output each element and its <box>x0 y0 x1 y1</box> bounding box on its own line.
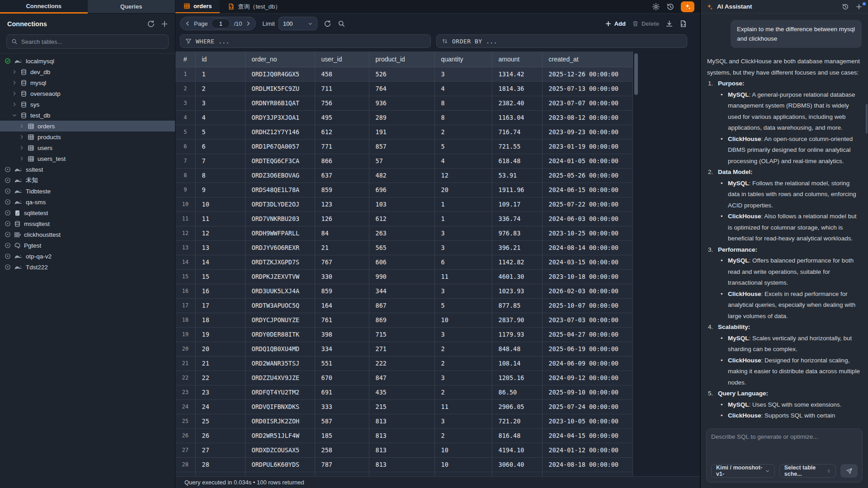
tab-orders[interactable]: orders <box>175 0 220 13</box>
grid-cell[interactable]: 721.55 <box>492 139 542 154</box>
grid-cell[interactable]: 101.30 <box>492 472 542 476</box>
grid-cell[interactable]: 396.21 <box>492 240 542 255</box>
send-button[interactable] <box>840 464 858 478</box>
connection-Pgtest[interactable]: Pgtest <box>0 240 175 251</box>
grid-cell[interactable]: 866 <box>315 154 369 168</box>
grid-cell[interactable]: 2 <box>434 428 492 443</box>
next-page-icon[interactable] <box>245 21 251 26</box>
grid-cell[interactable]: ORDTZKJXGPD7S <box>245 255 315 269</box>
grid-cell[interactable]: 5 <box>434 139 492 154</box>
grid-cell[interactable]: 12 <box>195 226 245 240</box>
grid-cell[interactable]: 618.48 <box>492 154 542 168</box>
grid-cell[interactable]: ORDQ1QB0XU4MD <box>245 342 315 356</box>
column-header-amount[interactable]: amount <box>492 52 542 67</box>
tab-query-testdb[interactable]: 查询（test_db） <box>220 0 289 13</box>
grid-cell[interactable]: 1911.96 <box>492 183 542 197</box>
connection-ssltest[interactable]: ssltest <box>0 164 175 175</box>
grid-cell[interactable]: ORDLMIK5FC9ZU <box>245 81 315 96</box>
grid-cell[interactable]: 263 <box>369 226 434 240</box>
grid-cell[interactable]: ORDTEQG6CF3CA <box>245 154 315 168</box>
grid-cell[interactable]: 2025-07-22 00:00:00 <box>542 197 632 211</box>
grid-cell[interactable]: 283 <box>369 472 434 476</box>
grid-cell[interactable]: 2023-10-25 00:00:00 <box>542 226 632 240</box>
grid-cell[interactable]: 15 <box>195 269 245 284</box>
search-tables-input[interactable] <box>21 38 164 45</box>
database-sys[interactable]: sys <box>0 99 175 110</box>
grid-cell[interactable]: 767 <box>315 255 369 269</box>
grid-cell[interactable]: 869 <box>369 313 434 327</box>
grid-cell[interactable]: 336.74 <box>492 211 542 226</box>
new-chat-icon[interactable] <box>855 3 863 10</box>
grid-cell[interactable]: 2 <box>195 81 245 96</box>
grid-cell[interactable]: 696 <box>369 183 434 197</box>
grid-cell[interactable]: ORDZ3O6EBOVAG <box>245 168 315 183</box>
grid-cell[interactable]: 612 <box>369 211 434 226</box>
connection-localmysql[interactable]: localmysql <box>0 56 175 66</box>
grid-cell[interactable]: 57 <box>369 154 434 168</box>
grid-cell[interactable]: 3 <box>434 226 492 240</box>
grid-cell[interactable]: 2025-05-26 00:00:00 <box>542 168 632 183</box>
grid-cell[interactable]: ORDHZ12Y7Y146 <box>245 125 315 139</box>
grid-cell[interactable]: 2024-06-09 00:00:00 <box>542 356 632 371</box>
grid-cell[interactable]: 398 <box>315 327 369 342</box>
grid-cell[interactable]: 8 <box>195 168 245 183</box>
grid-cell[interactable]: 20 <box>195 342 245 356</box>
grid-cell[interactable]: 26 <box>195 428 245 443</box>
grid-cell[interactable]: ORDZZU4XV9JZE <box>245 371 315 385</box>
grid-cell[interactable]: 215 <box>369 399 434 414</box>
grid-cell[interactable]: 334 <box>315 342 369 356</box>
grid-cell[interactable]: 14 <box>195 255 245 269</box>
grid-cell[interactable]: 3 <box>434 284 492 298</box>
grid-cell[interactable]: 2906.05 <box>492 399 542 414</box>
grid-cell[interactable]: 126 <box>315 211 369 226</box>
grid-cell[interactable]: 813 <box>369 414 434 428</box>
grid-cell[interactable]: 4194.10 <box>492 443 542 457</box>
grid-cell[interactable]: 10 <box>434 313 492 327</box>
grid-cell[interactable]: 1205.16 <box>492 371 542 385</box>
grid-cell[interactable]: 23 <box>195 385 245 399</box>
grid-cell[interactable]: 164 <box>315 298 369 313</box>
grid-cell[interactable]: 21 <box>315 240 369 255</box>
grid-cell[interactable]: 109.17 <box>492 197 542 211</box>
grid-cell[interactable]: 612 <box>315 125 369 139</box>
tab-queries[interactable]: Queries <box>88 0 175 14</box>
page-number-input[interactable] <box>211 19 230 28</box>
grid-cell[interactable]: 21 <box>195 356 245 371</box>
chat-history-icon[interactable] <box>842 3 849 10</box>
grid-cell[interactable]: 976.83 <box>492 226 542 240</box>
connection-Tidbteste[interactable]: Tidbteste <box>0 186 175 197</box>
grid-cell[interactable]: 8 <box>434 96 492 110</box>
ai-assistant-toggle-button[interactable] <box>681 1 694 12</box>
grid-cell[interactable]: 333 <box>315 399 369 414</box>
grid-cell[interactable]: 12 <box>434 168 492 183</box>
grid-cell[interactable]: 6 <box>195 139 245 154</box>
grid-cell[interactable]: 721.20 <box>492 414 542 428</box>
grid-cell[interactable]: 20 <box>434 183 492 197</box>
table-products[interactable]: products <box>0 131 175 142</box>
grid-cell[interactable]: 18 <box>195 313 245 327</box>
grid-cell[interactable]: 5 <box>195 125 245 139</box>
refresh-grid-icon[interactable] <box>324 20 331 28</box>
grid-cell[interactable]: 2023-07-03 00:00:00 <box>542 313 632 327</box>
export-download-icon[interactable] <box>665 20 673 28</box>
grid-cell[interactable]: 6 <box>434 255 492 269</box>
grid-cell[interactable]: 813 <box>369 428 434 443</box>
grid-cell[interactable]: 13 <box>195 240 245 255</box>
grid-cell[interactable]: 771 <box>315 139 369 154</box>
grid-cell[interactable]: 108.14 <box>492 356 542 371</box>
grid-cell[interactable]: ORD3UUK5LXJ4A <box>245 284 315 298</box>
where-filter-input[interactable]: WHERE ... <box>180 34 431 48</box>
grid-cell[interactable]: 8 <box>434 110 492 125</box>
grid-cell[interactable]: ORD1P67QA0057 <box>245 139 315 154</box>
grid-cell[interactable]: 11 <box>434 399 492 414</box>
grid-cell[interactable]: 495 <box>315 110 369 125</box>
grid-cell[interactable]: 258 <box>315 443 369 457</box>
grid-cell[interactable]: 691 <box>315 385 369 399</box>
grid-cell[interactable]: 2023-07-07 00:00:00 <box>542 96 632 110</box>
grid-cell[interactable]: 2025-07-24 00:00:00 <box>542 399 632 414</box>
column-header-order_no[interactable]: order_no <box>245 52 315 67</box>
grid-cell[interactable]: 990 <box>369 269 434 284</box>
grid-cell[interactable]: ORDY0DER88ITK <box>245 327 315 342</box>
table-schema-select[interactable]: Select table sche... <box>779 464 836 478</box>
grid-cell[interactable]: 9 <box>195 183 245 197</box>
